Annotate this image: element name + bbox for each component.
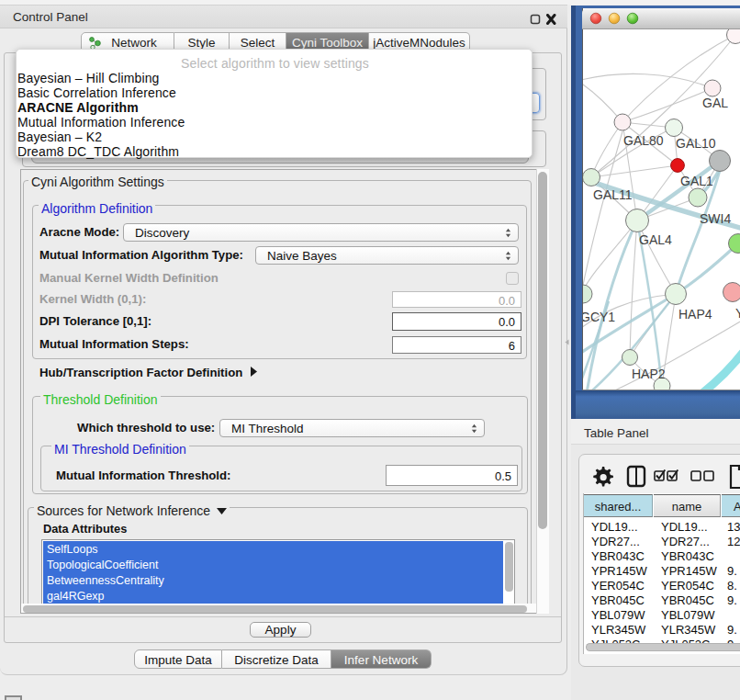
svg-text:HAP4: HAP4 — [678, 307, 712, 322]
svg-text:SWI4: SWI4 — [700, 211, 731, 226]
svg-text:HAP2: HAP2 — [632, 367, 666, 381]
svg-text:GAL80: GAL80 — [623, 133, 664, 148]
svg-text:GCY1: GCY1 — [583, 310, 615, 324]
svg-text:GAL11: GAL11 — [593, 187, 633, 202]
svg-text:GAL: GAL — [702, 96, 728, 110]
svg-text:GAL4: GAL4 — [639, 232, 672, 247]
svg-text:GAL10: GAL10 — [676, 136, 716, 151]
svg-text:Y: Y — [735, 306, 740, 321]
svg-text:GAL1: GAL1 — [680, 174, 713, 188]
